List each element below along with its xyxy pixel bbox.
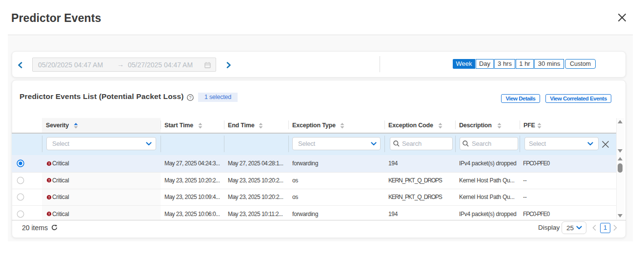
svg-text:?: ? — [189, 95, 191, 100]
